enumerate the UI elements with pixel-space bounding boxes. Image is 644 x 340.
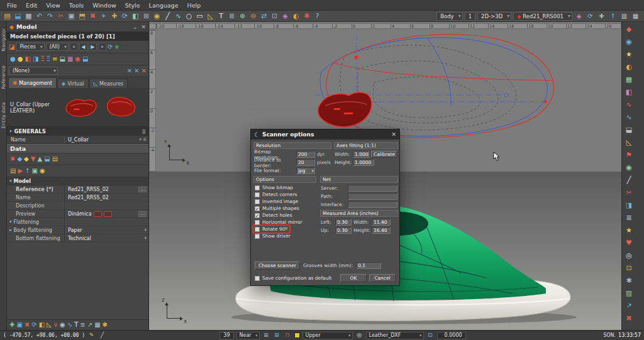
help-icon[interactable]: ? [312,11,323,21]
piece-settings-icon[interactable]: ✱ [103,322,108,328]
view-3d-icon[interactable]: ◈ [280,11,291,21]
save-icon[interactable]: ⬓ [13,11,23,21]
lace-icon[interactable]: ∿ [624,111,634,123]
pointer-icon[interactable]: ⌖ [98,11,109,21]
rect-tool-icon[interactable]: ▭ [194,11,205,21]
rotate-icon[interactable]: ⟳ [119,11,130,21]
menu-item[interactable]: Language [145,1,183,10]
option-inverted-image[interactable]: Inverted image [253,198,300,205]
pieces-filter-select[interactable]: (All) [46,43,69,51]
stitch-icon[interactable]: ∿ [624,99,634,111]
tray-icon[interactable]: ⬓ [59,56,65,62]
model-select[interactable]: ◆Red21_RRS001 [513,12,572,21]
dialog-input[interactable]: 200 [296,151,315,158]
body-flattening-select[interactable]: Paper [65,226,148,234]
rotate-piece-icon[interactable]: ⟳ [31,322,36,328]
punch-icon[interactable]: ◉ [60,322,65,328]
preview-badge-icon[interactable] [94,211,102,217]
select-3d-icon[interactable]: ◆ [624,23,634,35]
sole-tool-icon[interactable]: ⬓ [624,124,634,136]
piece-3d-icon[interactable]: ◧ [624,86,634,98]
paste-icon[interactable]: ⬒ [77,11,87,21]
last-piece-button[interactable]: » [98,43,106,51]
clear-b-icon[interactable]: ✕ [134,68,139,74]
cut-icon[interactable]: ✂ [55,11,66,21]
grid-icon[interactable]: ⊞ [141,11,152,21]
active-color-swatch[interactable] [294,332,300,338]
snap-toggle-icon[interactable]: ⊞ [273,332,281,338]
piece-thumbnail-2[interactable] [103,93,139,118]
bottom-flattening-select[interactable]: Technical [65,234,148,242]
diamond-blue-icon[interactable]: ◆ [17,156,22,162]
ok-button[interactable]: OK [340,274,367,282]
zoom-out-icon[interactable]: ⊖ [248,11,258,21]
flip-vertical-icon[interactable]: ◨ [33,56,38,62]
menu-item[interactable]: View [42,1,65,10]
preview-value[interactable]: Dinámica ... [65,210,148,217]
heart-icon[interactable]: ♥ [624,237,634,249]
star-icon[interactable]: ★ [624,224,634,236]
mirror-3d-icon[interactable]: ◨ [624,199,634,211]
measure-icon[interactable]: ╱ [98,332,106,338]
layers-icon[interactable]: ≣ [226,11,237,21]
menu-item[interactable]: File [3,1,21,10]
measure-3d-icon[interactable]: ╱ [624,174,634,186]
checkbox[interactable] [255,185,260,190]
folder-icon[interactable]: ▤ [52,156,58,162]
option-rotate-90[interactable]: Rotate 90º [253,226,289,233]
texture-icon[interactable]: ▦ [624,74,634,85]
menu-item[interactable]: Window [88,1,120,10]
grooves-width-input[interactable]: 0.1 [356,262,381,269]
tolerance-value[interactable]: 39 [219,332,233,339]
grade-icon[interactable]: ◺ [47,322,52,328]
layers-3d-icon[interactable]: ≣ [624,212,634,224]
text-tool-icon[interactable]: T [216,11,226,21]
menu-item[interactable]: Help [183,1,206,10]
option-show-bitmap[interactable]: Show bitmap [253,184,295,191]
more-button[interactable]: ... [138,187,147,192]
settings-icon[interactable]: ✱ [301,11,312,21]
upload-icon[interactable]: ↑ [25,168,30,174]
package-icon[interactable]: ▣ [32,168,38,174]
pieces-select[interactable]: Pieces [16,43,44,51]
body-count[interactable]: 1 [465,12,475,21]
reference-value[interactable]: Red21_RRSS_02 ... [65,185,148,193]
group-icon[interactable]: ≣ [80,322,85,328]
side-tab[interactable]: Entity data [1,102,6,128]
clear-a-icon[interactable]: ✕ [127,68,132,74]
eye-3d-icon[interactable]: ◎ [624,250,634,261]
pin-icon[interactable]: ◉ [624,162,634,173]
option-multiple-shapes[interactable]: ✓ Multiple shapes [253,205,301,212]
cut-3d-icon[interactable]: ✂ [624,187,634,199]
notch-icon[interactable]: ∨ [53,322,58,328]
zoom-in-icon[interactable]: ⊕ [237,11,248,21]
select-all-pieces-icon[interactable]: ● [10,56,16,62]
net-input[interactable] [348,193,397,200]
more-button[interactable]: ... [138,211,147,217]
grid-pieces-icon[interactable]: ▦ [67,56,73,62]
side-tab[interactable]: Reference [1,65,6,89]
save-default-checkbox[interactable] [255,276,260,281]
print-icon[interactable]: ▦ [23,11,34,21]
option-detect-holes[interactable]: ✓ Detect holes [253,212,294,219]
pin-icon[interactable]: ⌄ [133,24,138,30]
flag-icon[interactable]: ⚑ [624,149,634,161]
move-down-icon[interactable]: ▼ [31,156,36,162]
run-icon[interactable]: ▶ [18,168,23,174]
layout-columns-icon[interactable]: ▥ [619,11,629,21]
description-value[interactable] [65,202,148,209]
last-tool-icon[interactable]: ◺ [624,136,634,148]
material-icon[interactable]: ◐ [624,61,634,73]
line-tool-icon[interactable]: ╱ [162,11,173,21]
checkbox[interactable] [255,220,260,225]
mode-select[interactable]: 2D->3D [477,12,511,21]
menu-item[interactable]: Tools [65,1,88,10]
select-color-icon[interactable]: ● [18,56,23,62]
flip-horizontal-icon[interactable]: ◧ [25,56,30,62]
pane-up-icon[interactable]: ↑ [608,11,618,21]
piece-preview-panel[interactable]: U_Collar (Upper LEATHER) [7,88,148,127]
add-icon[interactable]: ✚ [109,11,119,21]
clear-c-icon[interactable]: ✕ [142,68,147,74]
delete-icon[interactable]: ✖ [87,11,98,21]
grid-toggle-icon[interactable]: ⊞ [262,332,270,338]
